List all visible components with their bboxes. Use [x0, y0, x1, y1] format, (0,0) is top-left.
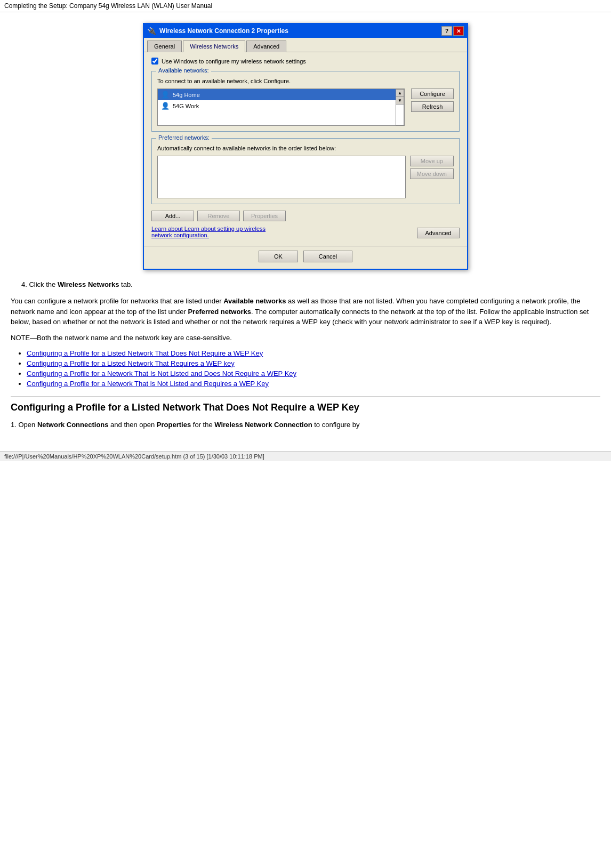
- preferred-networks-area: Move up Move down: [157, 156, 454, 198]
- dialog-tabs: General Wireless Networks Advanced: [144, 38, 467, 52]
- add-remove-props-row: Add... Remove Properties: [151, 211, 286, 221]
- scrollbar[interactable]: ▲ ▼: [396, 89, 404, 125]
- preferred-networks-section: Preferred networks: Automatically connec…: [151, 138, 460, 204]
- use-windows-checkbox[interactable]: [151, 58, 158, 65]
- network-item-54g-work[interactable]: 👤 54G Work: [158, 100, 396, 111]
- preferred-networks-bold: Preferred networks: [188, 308, 251, 316]
- list-link-4[interactable]: Configuring a Profile for a Network That…: [27, 380, 269, 388]
- learn-advanced-row: Learn about Learn about setting up wirel…: [151, 226, 460, 238]
- configure-button[interactable]: Configure: [411, 89, 454, 99]
- status-bar-text: file:///P|/User%20Manuals/HP%20XP%20WLAN…: [4, 453, 264, 460]
- page-title: Completing the Setup: Company 54g Wirele…: [0, 0, 611, 12]
- use-windows-label: Use Windows to configure my wireless net…: [162, 58, 306, 65]
- dialog-body: Use Windows to configure my wireless net…: [144, 52, 467, 246]
- step-4-text: 4. Click the Wireless Networks tab.: [21, 280, 600, 288]
- tab-general[interactable]: General: [147, 41, 182, 52]
- network-icon-1: 👤: [161, 91, 170, 99]
- close-button[interactable]: ✕: [453, 26, 464, 36]
- step4-bold: Wireless Networks: [58, 280, 119, 288]
- preferred-desc: Automatically connect to available netwo…: [157, 145, 454, 151]
- available-networks-list: 👤 54g Home 👤 54G Work ▲ ▼: [157, 89, 405, 126]
- network-name-1: 54g Home: [173, 92, 200, 98]
- available-buttons: Configure Refresh: [411, 89, 454, 112]
- network-connections-bold: Network Connections: [37, 421, 109, 429]
- main-content: 🔌 Wireless Network Connection 2 Properti…: [0, 12, 611, 440]
- status-bar: file:///P|/User%20Manuals/HP%20XP%20WLAN…: [0, 451, 611, 461]
- browser-title: Completing the Setup: Company 54g Wirele…: [4, 2, 212, 10]
- advanced-button[interactable]: Advanced: [417, 228, 460, 238]
- preferred-networks-list[interactable]: [157, 156, 406, 198]
- available-networks-label: Available networks:: [156, 67, 211, 74]
- network-item-54g-home[interactable]: 👤 54g Home: [158, 89, 396, 100]
- scroll-down-btn[interactable]: ▼: [396, 97, 404, 105]
- network-icon-2: 👤: [161, 102, 170, 110]
- remove-button[interactable]: Remove: [197, 211, 240, 221]
- list-link-2[interactable]: Configuring a Profile for a Listed Netwo…: [27, 359, 235, 367]
- available-networks-desc: To connect to an available network, clic…: [157, 78, 454, 84]
- list-item-3: Configuring a Profile for a Network That…: [27, 369, 600, 377]
- scroll-up-btn[interactable]: ▲: [396, 90, 404, 97]
- ok-button[interactable]: OK: [259, 251, 298, 262]
- move-up-button[interactable]: Move up: [410, 156, 454, 166]
- available-networks-bold: Available networks: [223, 297, 286, 305]
- section-heading: Configuring a Profile for a Listed Netwo…: [11, 396, 600, 413]
- dialog-window: 🔌 Wireless Network Connection 2 Properti…: [143, 23, 468, 270]
- network-name-2: 54G Work: [173, 103, 199, 109]
- use-windows-checkbox-row: Use Windows to configure my wireless net…: [151, 58, 460, 65]
- cancel-button[interactable]: Cancel: [303, 251, 352, 262]
- help-button[interactable]: ?: [441, 26, 452, 36]
- bottom-action-row: Add... Remove Properties: [151, 211, 460, 221]
- tab-advanced[interactable]: Advanced: [246, 41, 286, 52]
- wireless-network-connection-bold: Wireless Network Connection: [214, 421, 312, 429]
- network-list-inner: 👤 54g Home 👤 54G Work: [158, 89, 396, 125]
- dialog-icon: 🔌: [147, 27, 156, 35]
- paragraph-1: You can configure a network profile for …: [11, 296, 600, 327]
- preferred-networks-label: Preferred networks:: [156, 134, 212, 141]
- dialog-container: 🔌 Wireless Network Connection 2 Properti…: [11, 23, 600, 270]
- list-item-1: Configuring a Profile for a Listed Netwo…: [27, 349, 600, 357]
- move-down-button[interactable]: Move down: [410, 168, 454, 179]
- add-button[interactable]: Add...: [151, 211, 194, 221]
- available-networks-section: Available networks: To connect to an ava…: [151, 71, 460, 132]
- properties-button[interactable]: Properties: [243, 211, 286, 221]
- refresh-button[interactable]: Refresh: [411, 101, 454, 112]
- bullet-list: Configuring a Profile for a Listed Netwo…: [27, 349, 600, 388]
- properties-bold: Properties: [157, 421, 191, 429]
- available-networks-row: 👤 54g Home 👤 54G Work ▲ ▼: [157, 89, 454, 126]
- dialog-footer: OK Cancel: [144, 246, 467, 269]
- titlebar-buttons: ? ✕: [441, 26, 464, 36]
- list-item-2: Configuring a Profile for a Listed Netwo…: [27, 359, 600, 367]
- learn-link[interactable]: Learn about Learn about setting up wirel…: [151, 226, 269, 238]
- tab-wireless-networks[interactable]: Wireless Networks: [183, 41, 245, 52]
- dialog-titlebar: 🔌 Wireless Network Connection 2 Properti…: [144, 24, 467, 38]
- preferred-buttons: Move up Move down: [410, 156, 454, 179]
- step-1-text: 1. Open Network Connections and then ope…: [11, 420, 600, 430]
- list-item-4: Configuring a Profile for a Network That…: [27, 380, 600, 388]
- list-link-3[interactable]: Configuring a Profile for a Network That…: [27, 369, 296, 377]
- dialog-title: Wireless Network Connection 2 Properties: [159, 27, 441, 35]
- note-text: NOTE—Both the network name and the netwo…: [11, 334, 600, 342]
- list-link-1[interactable]: Configuring a Profile for a Listed Netwo…: [27, 349, 263, 357]
